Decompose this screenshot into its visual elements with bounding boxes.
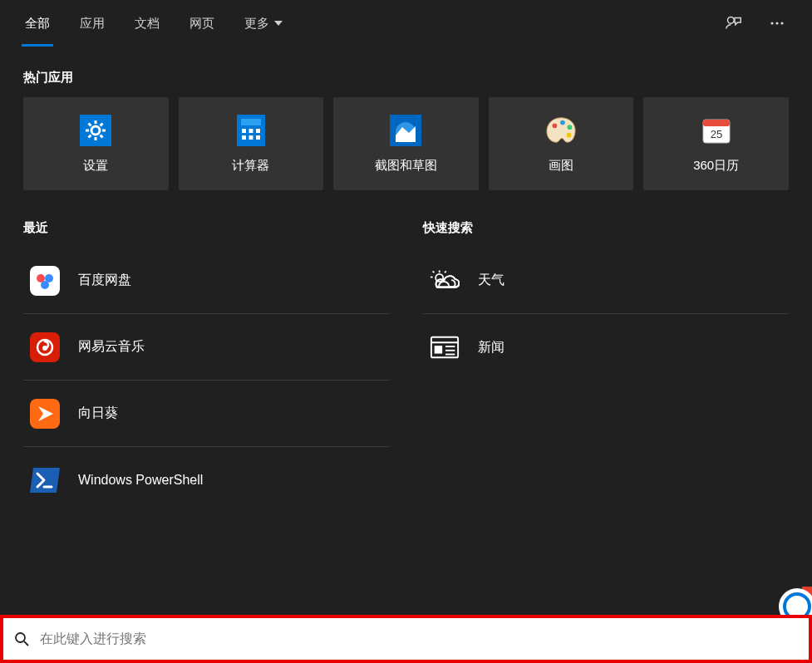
chevron-down-icon bbox=[274, 19, 283, 27]
top-app-label: 截图和草图 bbox=[375, 158, 437, 174]
taskbar-search-box[interactable] bbox=[0, 615, 812, 663]
svg-point-3 bbox=[775, 22, 778, 24]
tab-apps-label: 应用 bbox=[80, 16, 105, 32]
svg-point-28 bbox=[567, 132, 572, 137]
quick-search-column: 快速搜索 天气 bbox=[423, 197, 790, 513]
search-input[interactable] bbox=[40, 618, 809, 660]
svg-rect-19 bbox=[256, 129, 260, 133]
svg-marker-0 bbox=[274, 21, 283, 26]
calendar-day-text: 25 bbox=[710, 128, 721, 140]
quick-search-news[interactable]: 新闻 bbox=[423, 314, 790, 381]
quick-search-label: 天气 bbox=[478, 272, 504, 289]
svg-point-1 bbox=[727, 17, 734, 23]
start-search-panel: 热门应用 设置 bbox=[0, 70, 812, 513]
svg-rect-30 bbox=[703, 120, 730, 126]
calendar-icon: 25 bbox=[701, 115, 732, 146]
tab-more-label: 更多 bbox=[244, 16, 269, 32]
svg-point-2 bbox=[770, 22, 773, 24]
svg-marker-36 bbox=[38, 406, 53, 421]
svg-point-33 bbox=[41, 281, 49, 289]
weather-icon bbox=[430, 266, 460, 296]
svg-line-14 bbox=[101, 123, 103, 125]
top-apps-heading: 热门应用 bbox=[23, 70, 789, 86]
quick-search-weather[interactable]: 天气 bbox=[423, 248, 790, 314]
svg-point-27 bbox=[568, 125, 573, 130]
recent-item-powershell[interactable]: Windows PowerShell bbox=[23, 447, 390, 513]
search-icon bbox=[3, 631, 40, 646]
quick-search-heading: 快速搜索 bbox=[423, 220, 790, 236]
tab-web-label: 网页 bbox=[189, 16, 214, 32]
recent-item-label: 百度网盘 bbox=[78, 272, 131, 289]
top-app-paint[interactable]: 画图 bbox=[489, 97, 634, 190]
recent-item-netease-music[interactable]: 网易云音乐 bbox=[23, 314, 390, 381]
recent-item-label: Windows PowerShell bbox=[78, 473, 203, 488]
svg-line-11 bbox=[89, 123, 91, 125]
top-app-calculator[interactable]: 计算器 bbox=[179, 97, 324, 190]
baidu-netdisk-icon bbox=[30, 266, 60, 296]
powershell-icon bbox=[30, 465, 60, 495]
svg-point-4 bbox=[780, 22, 783, 24]
paint-icon bbox=[545, 115, 577, 146]
top-right-actions bbox=[724, 13, 802, 33]
svg-rect-18 bbox=[249, 129, 253, 133]
tab-apps[interactable]: 应用 bbox=[65, 0, 120, 47]
recent-heading: 最近 bbox=[23, 220, 390, 236]
svg-point-35 bbox=[42, 346, 47, 351]
top-app-360calendar[interactable]: 25 360日历 bbox=[643, 97, 789, 190]
tab-all[interactable]: 全部 bbox=[10, 0, 65, 47]
recent-item-label: 网易云音乐 bbox=[78, 338, 145, 356]
svg-line-42 bbox=[432, 271, 434, 273]
svg-line-13 bbox=[89, 135, 91, 137]
svg-point-25 bbox=[553, 123, 558, 128]
news-icon bbox=[430, 332, 460, 362]
svg-point-26 bbox=[560, 120, 565, 125]
svg-rect-16 bbox=[241, 119, 261, 125]
sunlogin-icon bbox=[30, 399, 60, 429]
snip-sketch-icon bbox=[390, 115, 421, 146]
top-app-label: 计算器 bbox=[232, 158, 269, 174]
tab-docs-label: 文档 bbox=[135, 16, 160, 32]
top-apps-grid: 设置 计算器 bbox=[23, 97, 789, 190]
quick-search-label: 新闻 bbox=[478, 339, 504, 356]
search-scope-tabs: 全部 应用 文档 网页 更多 bbox=[0, 0, 812, 47]
top-app-label: 设置 bbox=[83, 158, 108, 174]
svg-rect-5 bbox=[80, 115, 111, 146]
tab-more[interactable]: 更多 bbox=[229, 0, 298, 47]
svg-rect-46 bbox=[434, 346, 441, 353]
recent-item-baidu-netdisk[interactable]: 百度网盘 bbox=[23, 248, 390, 314]
svg-rect-21 bbox=[249, 135, 253, 140]
svg-line-43 bbox=[445, 271, 446, 273]
recent-column: 最近 百度网盘 bbox=[23, 197, 390, 513]
top-app-label: 360日历 bbox=[693, 158, 739, 174]
svg-rect-22 bbox=[256, 135, 260, 140]
top-app-snip-sketch[interactable]: 截图和草图 bbox=[333, 97, 479, 190]
svg-line-12 bbox=[101, 135, 103, 137]
recent-item-label: 向日葵 bbox=[78, 405, 118, 422]
tab-all-label: 全部 bbox=[25, 16, 50, 32]
top-app-settings[interactable]: 设置 bbox=[23, 97, 169, 190]
recent-item-sunlogin[interactable]: 向日葵 bbox=[23, 381, 390, 447]
top-app-label: 画图 bbox=[549, 158, 573, 174]
feedback-icon[interactable] bbox=[724, 13, 744, 33]
svg-rect-20 bbox=[242, 135, 246, 140]
gear-icon bbox=[80, 115, 111, 146]
calculator-icon bbox=[235, 115, 267, 146]
tab-docs[interactable]: 文档 bbox=[120, 0, 175, 47]
more-options-icon[interactable] bbox=[767, 13, 787, 33]
netease-music-icon bbox=[30, 332, 60, 362]
svg-line-53 bbox=[24, 641, 28, 646]
svg-rect-17 bbox=[242, 129, 246, 133]
tab-web[interactable]: 网页 bbox=[175, 0, 229, 47]
svg-point-52 bbox=[16, 633, 25, 642]
